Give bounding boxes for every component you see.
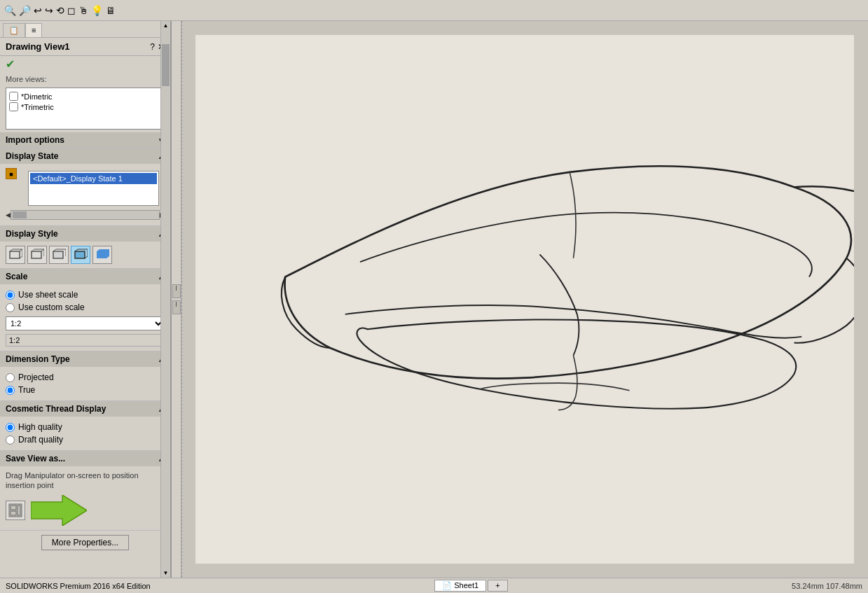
save-view-icons — [6, 495, 165, 526]
scale-custom-option: Use custom scale — [6, 301, 165, 314]
tab-list[interactable]: ≡ — [25, 23, 42, 37]
toolbar-icon-5[interactable]: ⟲ — [56, 5, 64, 16]
save-view-label: Save View as... — [6, 454, 65, 463]
scale-dropdown[interactable]: 1:2 1:1 2:1 — [6, 316, 165, 330]
dimension-projected-radio[interactable] — [6, 373, 15, 382]
sheet1-tab[interactable]: 📄 Sheet1 — [434, 580, 486, 592]
toolbar-icon-4[interactable]: ↪ — [45, 5, 53, 16]
sheet1-label: Sheet1 — [454, 581, 478, 589]
trimetric-checkbox[interactable] — [9, 102, 18, 111]
dimension-type-content: Projected True — [0, 367, 170, 400]
cosmetic-draft-label: Draft quality — [18, 435, 63, 445]
tab-properties[interactable]: 📋 — [3, 23, 25, 37]
status-coords: 53.24mm 107.48mm — [792, 582, 862, 590]
cosmetic-thread-header[interactable]: Cosmetic Thread Display ▲ — [0, 401, 170, 417]
scale-header[interactable]: Scale ▲ — [0, 269, 170, 284]
display-state-list: <Default>_Display State 1 — [28, 171, 159, 206]
drag-tip: Drag Manipulator on-screen to position i… — [6, 470, 165, 491]
trimetric-label: *Trimetric — [21, 103, 54, 111]
views-list: *Dimetric *Trimetric — [6, 88, 165, 130]
svg-marker-21 — [97, 249, 109, 258]
save-view-content: Drag Manipulator on-screen to position i… — [0, 466, 170, 530]
dimetric-label: *Dimetric — [21, 92, 53, 101]
dimetric-checkbox[interactable] — [9, 92, 18, 101]
display-state-scrollbar: ◀ ▶ — [6, 209, 165, 221]
drawing-view-title: Drawing View1 — [6, 41, 70, 52]
save-view-section: Save View as... ▲ Drag Manipulator on-sc… — [0, 451, 170, 531]
scale-custom-label: Use custom scale — [18, 302, 85, 312]
canvas-inner[interactable] — [195, 35, 854, 564]
green-arrow-icon — [31, 495, 87, 526]
scale-input[interactable] — [6, 334, 165, 347]
svg-marker-26 — [31, 495, 87, 526]
import-options-header[interactable]: Import options ▼ — [0, 132, 170, 148]
svg-rect-11 — [53, 251, 63, 258]
toolbar-icon-1[interactable]: 🔍 — [4, 5, 16, 16]
status-bar: SOLIDWORKS Premium 2016 x64 Edition 📄 Sh… — [0, 578, 868, 593]
toolbar-icon-2[interactable]: 🔎 — [19, 5, 31, 16]
toolbar-icon-7[interactable]: 🖱 — [78, 5, 88, 16]
display-state-content: ■ <Default>_Display State 1 ◀ — [0, 164, 170, 225]
scale-custom-radio[interactable] — [6, 303, 15, 312]
more-views-label: More views: — [0, 72, 170, 85]
scroll-track — [11, 210, 160, 220]
style-hidden-visible-btn[interactable] — [27, 246, 47, 264]
dimension-type-section: Dimension Type ▲ Projected True — [0, 351, 170, 401]
cosmetic-draft-radio[interactable] — [6, 435, 15, 445]
display-style-label: Display Style — [6, 229, 58, 239]
toolbar-icon-9[interactable]: 🖥 — [106, 5, 116, 16]
view-item-trimetric: *Trimetric — [9, 102, 161, 112]
toolbar-icon-6[interactable]: ◻ — [67, 5, 76, 16]
panel-tabs: 📋 ≡ — [0, 21, 170, 38]
display-style-content — [0, 242, 170, 268]
toolbar-icon-3[interactable]: ↩ — [34, 5, 42, 16]
app-name: SOLIDWORKS Premium 2016 x64 Edition — [6, 582, 151, 590]
style-wireframe-btn[interactable] — [6, 246, 25, 264]
cosmetic-high-radio[interactable] — [6, 423, 15, 432]
style-hidden-removed-btn[interactable] — [49, 246, 69, 264]
scale-content: Use sheet scale Use custom scale 1:2 1:1… — [0, 284, 170, 351]
dimension-true-radio[interactable] — [6, 386, 15, 395]
toolbar-icon-8[interactable]: 💡 — [91, 5, 103, 16]
edge-handle-bottom[interactable]: | — [172, 300, 181, 314]
cosmetic-thread-content: High quality Draft quality — [0, 417, 170, 450]
edge-handle-top[interactable]: | — [172, 284, 181, 298]
save-view-icon-box[interactable] — [6, 501, 25, 520]
display-state-header[interactable]: Display State ▲ — [0, 148, 170, 164]
style-shaded-btn[interactable] — [92, 246, 112, 264]
scale-sheet-radio[interactable] — [6, 291, 15, 300]
scale-label: Scale — [6, 272, 27, 281]
canvas-guide-line — [181, 21, 182, 578]
more-properties-button[interactable]: More Properties... — [41, 535, 129, 550]
panel-content: More views: *Dimetric *Trimetric Import … — [0, 72, 170, 578]
cosmetic-thread-label: Cosmetic Thread Display — [6, 404, 106, 414]
scroll-down-arrow[interactable]: ▼ — [163, 568, 169, 578]
display-style-header[interactable]: Display Style ▲ — [0, 226, 170, 242]
scroll-thumb-v — [162, 44, 170, 86]
add-sheet-tab[interactable]: + — [488, 580, 507, 592]
status-tabs: 📄 Sheet1 + — [434, 580, 507, 592]
scroll-up-arrow[interactable]: ▲ — [163, 21, 169, 30]
import-options-section: Import options ▼ — [0, 132, 170, 148]
svg-rect-22 — [9, 504, 22, 517]
dimension-true-label: True — [18, 385, 35, 395]
view-icon-svg — [8, 503, 22, 517]
sheet-icon: 📄 — [442, 581, 452, 589]
display-state-item[interactable]: <Default>_Display State 1 — [30, 173, 157, 184]
drawing-canvas — [181, 21, 868, 578]
save-view-header[interactable]: Save View as... ▲ — [0, 451, 170, 466]
svg-rect-6 — [32, 251, 41, 258]
display-state-section: Display State ▲ ■ <Default>_Display Stat… — [0, 148, 170, 226]
scale-section: Scale ▲ Use sheet scale Use custom scale — [0, 269, 170, 351]
scroll-left-arrow[interactable]: ◀ — [6, 211, 11, 218]
dimension-type-header[interactable]: Dimension Type ▲ — [0, 351, 170, 367]
help-icon[interactable]: ? — [150, 42, 155, 52]
main-area: 📋 ≡ Drawing View1 ? ✕ ✔ More views: *Dim… — [0, 21, 868, 578]
scale-radio-group: Use sheet scale Use custom scale — [6, 288, 165, 314]
cosmetic-high-label: High quality — [18, 422, 62, 432]
confirm-checkmark[interactable]: ✔ — [0, 56, 170, 72]
cosmetic-draft-option: Draft quality — [6, 433, 165, 446]
drawing-view-header: Drawing View1 ? ✕ — [0, 38, 170, 56]
left-edge-panel: | | — [172, 21, 181, 578]
style-shaded-edges-btn[interactable] — [71, 246, 90, 264]
